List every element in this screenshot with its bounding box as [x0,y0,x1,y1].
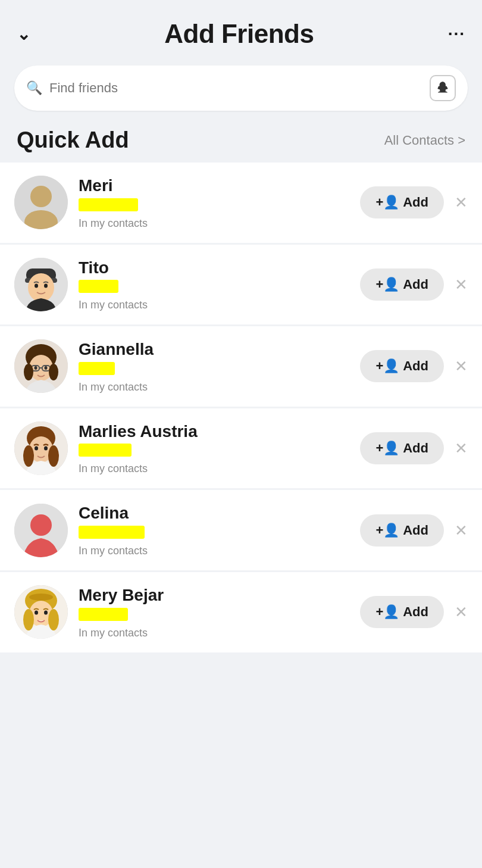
contact-card: Celina In my contacts +👤 Add ✕ [0,490,482,570]
bitmoji-girl-brown-svg [14,421,68,475]
add-button[interactable]: +👤 Add [360,268,444,301]
svg-point-34 [48,609,59,630]
contact-username [79,608,128,621]
contact-card: Mery Bejar In my contacts +👤 Add ✕ [0,572,482,652]
contact-actions: +👤 Add ✕ [360,514,468,547]
svg-point-6 [28,273,54,302]
svg-point-32 [44,611,48,615]
svg-point-25 [48,445,59,467]
contact-info: Marlies Austria In my contacts [79,421,349,476]
all-contacts-link[interactable]: All Contacts > [384,133,465,148]
contact-username [79,198,138,211]
dismiss-button[interactable]: ✕ [455,195,468,210]
add-icon: +👤 [375,277,399,292]
svg-point-31 [35,611,38,615]
default-red-avatar-svg [14,504,68,557]
contact-info: Celina In my contacts [79,503,349,557]
avatar [14,585,68,639]
contact-username [79,362,115,375]
contact-username [79,280,118,293]
avatar [14,176,68,229]
contact-username [79,526,145,539]
section-title: Quick Add [17,127,129,153]
search-input[interactable] [49,80,422,96]
contact-sub: In my contacts [79,627,349,639]
snapcode-icon [435,80,450,96]
dismiss-button[interactable]: ✕ [455,604,468,620]
contact-name: Celina [79,503,349,523]
contact-name: Marlies Austria [79,421,349,442]
avatar [14,421,68,475]
add-icon: +👤 [375,441,399,456]
svg-point-8 [44,283,48,288]
contacts-list: Meri In my contacts +👤 Add ✕ [0,163,482,652]
contact-card: Tito In my contacts +👤 Add ✕ [0,245,482,325]
search-container: 🔍 [0,58,482,123]
add-icon: +👤 [375,358,399,374]
svg-point-16 [45,366,48,370]
back-button[interactable]: ⌄ [17,24,30,44]
add-icon: +👤 [375,195,399,210]
search-icon: 🔍 [26,80,42,96]
contact-sub: In my contacts [79,217,349,230]
contact-info: Mery Bejar In my contacts [79,585,349,639]
add-icon: +👤 [375,523,399,538]
contact-actions: +👤 Add ✕ [360,596,468,628]
dismiss-button[interactable]: ✕ [455,441,468,456]
dismiss-button[interactable]: ✕ [455,277,468,292]
contact-actions: +👤 Add ✕ [360,268,468,301]
contact-username [79,444,132,457]
svg-point-23 [44,447,48,451]
contact-info: Giannella In my contacts [79,339,349,394]
contact-info: Meri In my contacts [79,176,349,230]
snapcode-button[interactable] [430,75,456,101]
svg-point-18 [49,364,58,380]
contact-actions: +👤 Add ✕ [360,350,468,382]
svg-point-1 [30,186,52,207]
contact-sub: In my contacts [79,545,349,557]
add-button[interactable]: +👤 Add [360,596,444,628]
add-button[interactable]: +👤 Add [360,186,444,218]
quick-add-section-header: Quick Add All Contacts > [0,123,482,163]
add-button[interactable]: +👤 Add [360,514,444,547]
svg-point-7 [35,283,38,288]
page-title: Add Friends [164,19,314,49]
svg-point-27 [30,514,52,536]
contact-sub: In my contacts [79,299,349,311]
bitmoji-avatar-svg [14,258,68,311]
contact-sub: In my contacts [79,381,349,394]
svg-point-15 [35,366,37,370]
bitmoji-blonde-svg [14,585,68,639]
dismiss-button[interactable]: ✕ [455,358,468,374]
avatar [14,504,68,557]
search-bar: 🔍 [14,65,468,111]
svg-point-33 [23,609,34,630]
bitmoji-girl-glasses-svg [14,339,68,393]
add-button[interactable]: +👤 Add [360,350,444,382]
contact-actions: +👤 Add ✕ [360,432,468,464]
svg-point-17 [24,364,33,380]
contact-info: Tito In my contacts [79,258,349,312]
svg-point-24 [23,445,34,467]
svg-point-22 [35,447,38,451]
contact-card: Marlies Austria In my contacts +👤 Add ✕ [0,408,482,489]
contact-name: Giannella [79,339,349,360]
svg-point-35 [29,594,53,601]
avatar [14,339,68,393]
contact-sub: In my contacts [79,463,349,475]
avatar [14,258,68,311]
contact-card: Giannella In my contacts +👤 Add ✕ [0,326,482,407]
more-options-button[interactable]: ··· [448,24,465,43]
contact-name: Tito [79,258,349,278]
default-avatar-svg [14,176,68,229]
contact-name: Meri [79,176,349,196]
contact-card: Meri In my contacts +👤 Add ✕ [0,163,482,243]
add-button[interactable]: +👤 Add [360,432,444,464]
contact-name: Mery Bejar [79,585,349,605]
contact-actions: +👤 Add ✕ [360,186,468,218]
add-icon: +👤 [375,604,399,620]
dismiss-button[interactable]: ✕ [455,523,468,538]
header: ⌄ Add Friends ··· [0,0,482,58]
